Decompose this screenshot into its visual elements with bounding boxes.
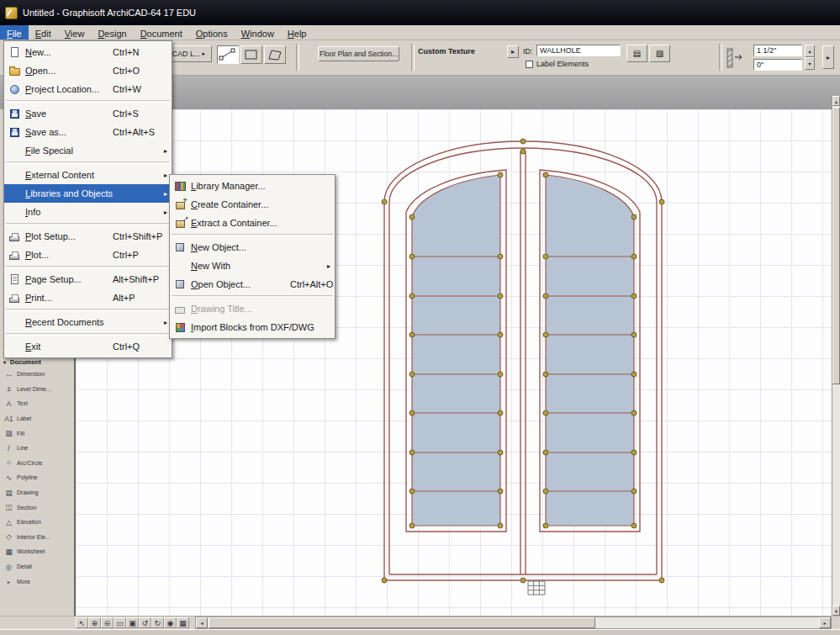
origin-marker-icon: [528, 581, 545, 595]
toolbox-tool-interior-elevation[interactable]: ◇Interior Ele...: [0, 530, 74, 545]
door-glass-panels[interactable]: [412, 175, 634, 526]
zoom-box-icon[interactable]: ▣: [126, 617, 139, 628]
menu-item-external-content[interactable]: External Content ▸: [4, 166, 172, 184]
vertical-scroll-thumb[interactable]: [832, 107, 840, 384]
toolbox-tool-polyline[interactable]: ∿Polyline: [0, 470, 74, 485]
reference-offset-icon: [725, 45, 747, 71]
vertical-scrollbar[interactable]: ▴ ▾: [832, 96, 840, 616]
scroll-left-icon[interactable]: ◂: [196, 617, 208, 628]
toolbox-tool-detail[interactable]: ◎Detail: [0, 559, 74, 574]
scroll-up-icon[interactable]: ▴: [832, 96, 840, 106]
horizontal-scrollbar[interactable]: ◂ ▸: [195, 616, 832, 629]
menu-help[interactable]: Help: [281, 25, 314, 40]
scroll-down-icon[interactable]: ▾: [832, 606, 840, 616]
toolbox-tool-arc-circle[interactable]: ○Arc/Circle: [0, 456, 74, 471]
submenu-item-extract-container[interactable]: Extract a Container...: [170, 214, 335, 232]
menu-item-save-as[interactable]: Save as...Ctrl+Alt+S: [4, 123, 172, 141]
dim-top-input[interactable]: 1 1/2": [753, 45, 802, 56]
toolbox-tool-more[interactable]: ▸More: [0, 574, 74, 589]
label-elements-checkbox[interactable]: [526, 61, 533, 68]
submenu-arrow-icon: ▸: [164, 147, 167, 155]
printer-icon: [9, 298, 19, 303]
submenu-item-create-container[interactable]: Create Container...: [170, 195, 335, 214]
menu-item-plot-setup[interactable]: Plot Setup...Ctrl+Shift+P: [4, 227, 172, 246]
menu-separator: [6, 266, 170, 268]
previous-zoom-icon[interactable]: ↺: [139, 617, 151, 628]
toolbox-tool-section[interactable]: ◫Section: [0, 500, 74, 515]
submenu-item-new-object[interactable]: New Object...: [170, 238, 335, 257]
chevron-right-icon: ▸: [203, 50, 206, 57]
submenu-item-drawing-title: Drawing Title...: [170, 299, 335, 318]
toolbox-tool-worksheet[interactable]: ▦Worksheet: [0, 544, 74, 559]
dim-spinner[interactable]: ▴ ▾: [805, 45, 815, 71]
toolbox-tool-dimension[interactable]: ↔Dimension: [0, 367, 74, 382]
menu-document[interactable]: Document: [134, 25, 189, 40]
menu-item-page-setup[interactable]: Page Setup...Alt+Shift+P: [4, 270, 172, 288]
geometry-rectangle-button[interactable]: [240, 45, 262, 64]
spinner-down-icon[interactable]: ▾: [805, 57, 815, 70]
toolbox-tool-label[interactable]: A1Label: [0, 411, 74, 426]
menu-item-recent-documents[interactable]: Recent Documents ▸: [4, 313, 172, 331]
menu-item-plot[interactable]: Plot...Ctrl+P: [4, 246, 172, 264]
rectangle-geometry-icon: [241, 46, 262, 63]
open-folder-icon: [9, 68, 20, 76]
horizontal-scroll-thumb[interactable]: [209, 617, 595, 628]
navigator-icon[interactable]: ▦: [177, 617, 189, 628]
home-zoom-icon[interactable]: ◉: [164, 617, 177, 628]
menu-edit[interactable]: Edit: [29, 25, 58, 40]
favorites-icon: ▨: [656, 49, 663, 58]
menu-item-libraries-and-objects[interactable]: Libraries and Objects ▸: [4, 184, 172, 203]
toolbox-tool-fill[interactable]: ▨Fill: [0, 426, 74, 441]
favorites-button[interactable]: ▨: [649, 45, 670, 62]
submenu-item-new-with[interactable]: New With ▸: [170, 257, 335, 275]
open-object-icon: [176, 280, 184, 288]
zoom-out-icon[interactable]: ⊖: [101, 617, 114, 628]
toolbox-group-document[interactable]: ▾ Document: [0, 357, 74, 367]
menu-item-save[interactable]: SaveCtrl+S: [4, 104, 172, 123]
geometry-polygon-button[interactable]: [264, 45, 286, 64]
element-settings-button[interactable]: ▤: [626, 45, 647, 62]
geometry-line-button[interactable]: [217, 45, 239, 64]
toolbar-expand-button[interactable]: ▸: [822, 45, 834, 69]
toolbox-tool-text[interactable]: AText: [0, 396, 74, 411]
fit-in-window-icon[interactable]: ▭: [114, 617, 126, 628]
toolbox-tool-drawing[interactable]: ▤Drawing: [0, 485, 74, 500]
next-zoom-icon[interactable]: ↻: [151, 617, 164, 628]
extract-container-icon: [176, 220, 185, 228]
file-menu-dropdown: New...Ctrl+N Open...Ctrl+O Project Locat…: [3, 40, 172, 358]
menu-window[interactable]: Window: [235, 25, 281, 40]
toolbox-tool-line[interactable]: /Line: [0, 441, 74, 456]
toolbar-separator: [719, 44, 722, 71]
menu-item-print[interactable]: Print...Alt+P: [4, 288, 172, 307]
id-input[interactable]: WALLHOLE: [536, 45, 621, 56]
floor-plan-section-button[interactable]: Floor Plan and Section...: [318, 46, 399, 61]
menu-item-exit[interactable]: Exit Ctrl+Q: [4, 337, 172, 356]
custom-texture-expand-button[interactable]: ▸: [507, 45, 519, 58]
spinner-up-icon[interactable]: ▴: [805, 45, 815, 57]
save-disk-icon: [10, 109, 19, 119]
toolbox-tool-elevation[interactable]: △Elevation: [0, 515, 74, 530]
submenu-item-import-blocks[interactable]: Import Blocks from DXF/DWG: [170, 318, 335, 336]
zoom-in-icon[interactable]: ⊕: [88, 617, 101, 628]
menu-item-file-special[interactable]: File Special ▸: [4, 141, 172, 160]
elevation-icon: △: [3, 518, 15, 527]
new-object-icon: [176, 243, 184, 251]
menu-design[interactable]: Design: [91, 25, 133, 40]
toolbox-tool-level-dimension[interactable]: ±Level Dime...: [0, 382, 74, 397]
menu-item-new[interactable]: New...Ctrl+N: [4, 43, 172, 61]
detail-icon: ◎: [3, 563, 15, 571]
menu-item-project-location[interactable]: Project Location...Ctrl+W: [4, 80, 172, 98]
menu-item-open[interactable]: Open...Ctrl+O: [4, 61, 172, 80]
submenu-item-open-object[interactable]: Open Object... Ctrl+Alt+O: [170, 275, 335, 294]
pan-icon[interactable]: ↖: [76, 617, 88, 628]
menu-item-info[interactable]: Info ▸: [4, 203, 172, 221]
menu-file[interactable]: File: [0, 25, 29, 40]
scroll-right-icon[interactable]: ▸: [819, 617, 831, 628]
dim-bottom-input[interactable]: 0": [753, 59, 802, 71]
menu-view[interactable]: View: [58, 25, 92, 40]
submenu-item-library-manager[interactable]: Library Manager...: [170, 177, 335, 195]
plot-setup-icon: [9, 236, 19, 241]
interior-elevation-icon: ◇: [3, 532, 15, 541]
menu-options[interactable]: Options: [189, 25, 235, 40]
label-elements-label: Label Elements: [536, 60, 589, 68]
